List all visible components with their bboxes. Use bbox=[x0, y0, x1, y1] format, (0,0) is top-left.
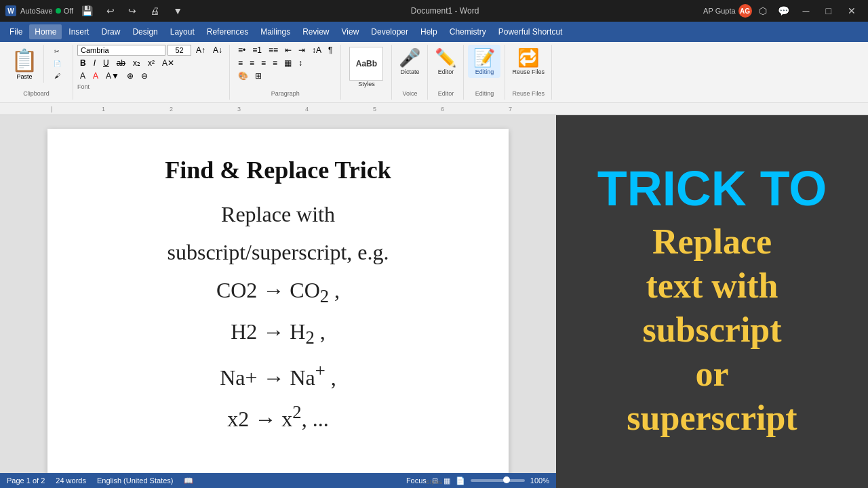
menu-file[interactable]: File bbox=[4, 24, 28, 39]
editor-group-label: Editor bbox=[428, 90, 463, 97]
co2-end: , bbox=[329, 278, 340, 302]
ruler: | 1 2 3 4 5 6 7 bbox=[0, 103, 868, 115]
decrease-font-button[interactable]: A↓ bbox=[210, 45, 225, 56]
text-effects-button[interactable]: A bbox=[77, 70, 88, 81]
share-icon[interactable]: ⬡ bbox=[755, 4, 771, 18]
cut-button[interactable]: ✂ bbox=[47, 46, 67, 57]
h2-subscript: 2 bbox=[305, 328, 314, 348]
paragraph-group: ≡• ≡1 ≡≡ ⇤ ⇥ ↕A ¶ ≡ ≡ ≡ ≡ ▦ ↕ 🎨 ⊞ Paragr… bbox=[230, 45, 341, 100]
align-center-button[interactable]: ≡ bbox=[247, 58, 257, 68]
editor-label: Editor bbox=[438, 68, 454, 75]
paragraph-label: Paragraph bbox=[230, 90, 340, 97]
close-button[interactable]: ✕ bbox=[841, 0, 863, 22]
columns-button[interactable]: ▦ bbox=[281, 58, 294, 68]
bullets-button[interactable]: ≡• bbox=[235, 45, 248, 56]
text-color-button[interactable]: A bbox=[90, 70, 101, 81]
show-marks-button[interactable]: ¶ bbox=[326, 45, 335, 56]
font-name-selector[interactable] bbox=[77, 45, 165, 56]
menu-help[interactable]: Help bbox=[415, 24, 443, 39]
h2-end: , bbox=[315, 319, 326, 344]
menu-mailings[interactable]: Mailings bbox=[255, 24, 296, 39]
align-left-button[interactable]: ≡ bbox=[235, 58, 245, 68]
reuse-button[interactable]: 🔁 Reuse Files bbox=[509, 45, 547, 78]
reuse-label: Reuse Files bbox=[512, 68, 545, 75]
word-logo: W bbox=[5, 5, 16, 16]
grow-button[interactable]: ⊕ bbox=[124, 70, 136, 81]
increase-font-button[interactable]: A↑ bbox=[193, 45, 208, 56]
more-icon[interactable]: ▼ bbox=[169, 4, 186, 18]
main-area: Find & Replace Trick Replace with subscr… bbox=[0, 115, 868, 488]
menu-developer[interactable]: Developer bbox=[366, 24, 414, 39]
copy-button[interactable]: 📄 bbox=[47, 58, 67, 69]
editing-group: 📝 Editing Editing bbox=[464, 45, 505, 100]
borders-button[interactable]: ⊞ bbox=[252, 70, 264, 81]
undo-icon[interactable]: ↩ bbox=[102, 4, 119, 18]
menu-review[interactable]: Review bbox=[297, 24, 334, 39]
sort-button[interactable]: ↕A bbox=[309, 45, 324, 56]
menu-chemistry[interactable]: Chemistry bbox=[444, 24, 492, 39]
minimize-button[interactable]: ─ bbox=[796, 0, 816, 22]
doc-title: Find & Replace Trick bbox=[81, 156, 475, 184]
word-page: Find & Replace Trick Replace with subscr… bbox=[47, 129, 509, 473]
align-right-button[interactable]: ≡ bbox=[258, 58, 269, 68]
bold-button[interactable]: B bbox=[77, 58, 89, 68]
doc-line-h2: H2 → H2 , bbox=[81, 315, 475, 351]
shrink-button[interactable]: ⊖ bbox=[138, 70, 151, 81]
print-icon[interactable]: 🖨 bbox=[146, 4, 163, 18]
editing-button[interactable]: 📝 Editing bbox=[468, 45, 500, 78]
title-bar-left: W AutoSave Off 💾 ↩ ↪ 🖨 ▼ bbox=[5, 4, 186, 18]
na-superscript: + bbox=[315, 361, 326, 381]
paste-button[interactable]: 📋 Paste bbox=[5, 45, 44, 83]
menu-layout[interactable]: Layout bbox=[165, 24, 200, 39]
zoom-slider[interactable] bbox=[471, 479, 525, 482]
line-spacing-button[interactable]: ↕ bbox=[296, 58, 305, 68]
menu-references[interactable]: References bbox=[201, 24, 254, 39]
decrease-indent-button[interactable]: ⇤ bbox=[282, 45, 294, 56]
co2-subscript: 2 bbox=[320, 286, 329, 306]
clipboard-label: Clipboard bbox=[0, 90, 73, 97]
format-painter-button[interactable]: 🖌 bbox=[47, 70, 67, 81]
menu-home[interactable]: Home bbox=[29, 24, 62, 39]
menu-draw[interactable]: Draw bbox=[96, 24, 125, 39]
subscript-button[interactable]: x₂ bbox=[130, 58, 143, 68]
maximize-button[interactable]: □ bbox=[819, 0, 838, 22]
dictate-label: Dictate bbox=[400, 68, 419, 75]
editor-icon: ✏️ bbox=[435, 47, 456, 68]
justify-button[interactable]: ≡ bbox=[270, 58, 280, 68]
superscript-button[interactable]: x² bbox=[145, 58, 157, 68]
shading-button[interactable]: 🎨 bbox=[235, 70, 251, 81]
font-color-button[interactable]: A▼ bbox=[103, 70, 122, 81]
doc-body: Replace with subscript/superscript, e.g.… bbox=[81, 198, 475, 435]
strikethrough-button[interactable]: ab bbox=[114, 58, 128, 68]
italic-button[interactable]: I bbox=[91, 58, 98, 68]
menu-insert[interactable]: Insert bbox=[63, 24, 94, 39]
voice-label: Voice bbox=[392, 90, 427, 97]
doc-line-2: subscript/superscript, e.g. bbox=[81, 236, 475, 268]
font-label: Font bbox=[77, 83, 225, 90]
line1-text: Replace with bbox=[221, 202, 335, 226]
redo-icon[interactable]: ↪ bbox=[124, 4, 140, 18]
editing-label: Editing bbox=[475, 68, 494, 75]
styles-label: Styles bbox=[358, 81, 375, 87]
font-size-input[interactable] bbox=[167, 45, 191, 56]
numbering-button[interactable]: ≡1 bbox=[250, 45, 264, 56]
word-content[interactable]: Find & Replace Trick Replace with subscr… bbox=[0, 115, 556, 473]
title-bar-right: AP Gupta AG ⬡ 💬 ─ □ ✕ bbox=[703, 0, 863, 22]
menu-bar: File Home Insert Draw Design Layout Refe… bbox=[0, 22, 868, 42]
menu-design[interactable]: Design bbox=[127, 24, 163, 39]
styles-button[interactable]: AaBb Styles bbox=[347, 45, 386, 89]
underline-button[interactable]: U bbox=[100, 58, 112, 68]
doc-line-x2: x2 → x2, ... bbox=[81, 399, 475, 435]
menu-powerful-shortcut[interactable]: Powerful Shortcut bbox=[493, 24, 568, 39]
comments-icon[interactable]: 💬 bbox=[774, 4, 793, 18]
editor-button[interactable]: ✏️ Editor bbox=[432, 45, 459, 78]
doc-line-na: Na+ → Na+ , bbox=[81, 357, 475, 394]
paste-label: Paste bbox=[16, 73, 32, 80]
clear-format-button[interactable]: A✕ bbox=[159, 58, 177, 68]
dictate-button[interactable]: 🎤 Dictate bbox=[396, 45, 423, 78]
autosave-label: AutoSave bbox=[20, 7, 53, 15]
increase-indent-button[interactable]: ⇥ bbox=[296, 45, 308, 56]
multilevel-list-button[interactable]: ≡≡ bbox=[266, 45, 281, 56]
menu-view[interactable]: View bbox=[336, 24, 365, 39]
save-icon[interactable]: 💾 bbox=[77, 4, 97, 18]
